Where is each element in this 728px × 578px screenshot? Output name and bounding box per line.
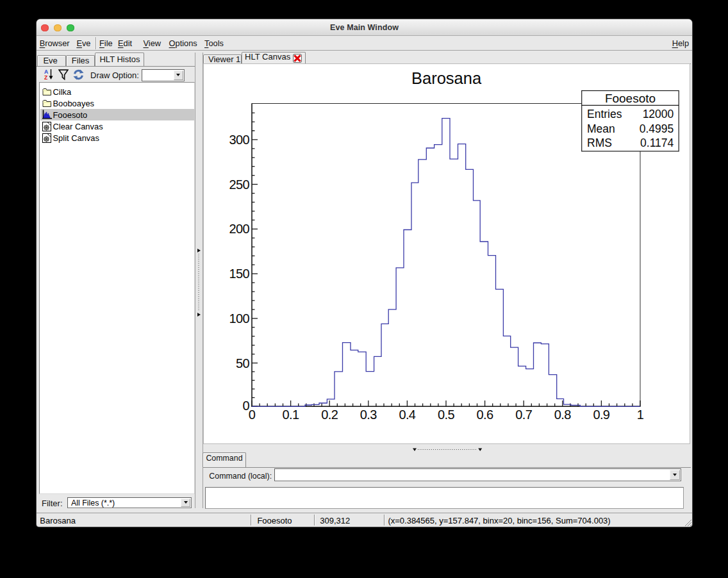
svg-text:50: 50 — [236, 356, 250, 370]
svg-text:100: 100 — [229, 311, 249, 326]
svg-text:250: 250 — [229, 178, 249, 192]
svg-text:0.8: 0.8 — [554, 408, 571, 422]
svg-text:300: 300 — [229, 133, 249, 147]
svg-text:0: 0 — [249, 408, 256, 422]
svg-text:150: 150 — [229, 267, 249, 281]
svg-text:Fooesoto: Fooesoto — [605, 92, 656, 105]
svg-text:Z: Z — [44, 74, 47, 81]
svg-text:0.5: 0.5 — [438, 408, 454, 422]
svg-text:0.2: 0.2 — [321, 408, 338, 422]
svg-text:0.9: 0.9 — [593, 408, 609, 422]
svg-text:0.4: 0.4 — [399, 408, 415, 422]
svg-text:0.6: 0.6 — [477, 408, 493, 422]
svg-text:0.1174: 0.1174 — [640, 136, 674, 149]
svg-text:0.3: 0.3 — [360, 408, 377, 422]
svg-text:0.1: 0.1 — [283, 408, 299, 422]
svg-text:200: 200 — [229, 222, 249, 236]
svg-text:0: 0 — [242, 399, 249, 413]
svg-text:0.7: 0.7 — [515, 408, 532, 422]
svg-text:Mean: Mean — [587, 122, 615, 135]
svg-text:RMS: RMS — [587, 136, 612, 149]
svg-text:Barosana: Barosana — [411, 69, 482, 87]
svg-text:Entries: Entries — [587, 108, 622, 120]
svg-text:12000: 12000 — [643, 108, 674, 120]
svg-text:0.4995: 0.4995 — [640, 122, 674, 135]
svg-text:1: 1 — [637, 408, 644, 422]
